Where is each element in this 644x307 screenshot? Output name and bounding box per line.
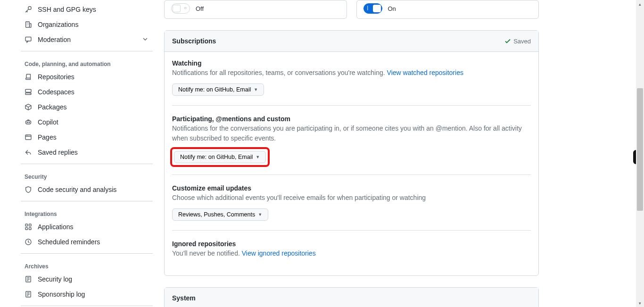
codespaces-icon [25, 88, 32, 96]
svg-rect-11 [29, 224, 32, 226]
panel-header: System [165, 288, 538, 307]
ignored-section: Ignored repositories You'll never be not… [172, 230, 531, 258]
toggle-card-off: ○ Off [164, 0, 347, 19]
sidebar-item-label: Security log [38, 275, 72, 283]
sidebar-group-security: Security [21, 170, 153, 182]
participating-notify-dropdown[interactable]: Notify me: on GitHub, Email ▼ [174, 151, 266, 163]
side-handle [633, 150, 636, 164]
sidebar-item-label: Organizations [38, 21, 78, 28]
sidebar-item-label: Packages [38, 103, 66, 111]
watching-notify-dropdown[interactable]: Notify me: on GitHub, Email ▼ [172, 83, 264, 96]
svg-point-0 [28, 7, 31, 9]
view-ignored-link[interactable]: View ignored repositories [242, 249, 316, 257]
section-description: You'll never be notified. View ignored r… [172, 249, 531, 258]
toggle-card-on: | On [356, 0, 539, 19]
svg-rect-9 [25, 135, 31, 140]
sidebar-item-pages[interactable]: Pages [21, 130, 153, 145]
subscriptions-panel: Subscriptions Saved Watching Notificatio… [164, 30, 539, 276]
svg-rect-4 [25, 90, 31, 92]
log-icon [25, 275, 32, 283]
vertical-scrollbar[interactable]: ▴ ▾ [636, 0, 644, 307]
svg-rect-3 [25, 37, 31, 41]
copilot-icon [25, 118, 32, 126]
svg-point-8 [29, 122, 30, 123]
sidebar-item-moderation[interactable]: Moderation [21, 32, 153, 47]
customize-events-dropdown[interactable]: Reviews, Pushes, Comments ▼ [172, 208, 268, 221]
sidebar-item-label: Scheduled reminders [38, 238, 100, 246]
divider [21, 306, 153, 306]
scroll-thumb[interactable] [637, 88, 643, 211]
shield-icon [25, 186, 32, 193]
sidebar-group-integrations: Integrations [21, 207, 153, 219]
section-description: Choose which additional events you'll re… [172, 193, 531, 203]
section-title: Participating, @mentions and custom [172, 115, 531, 123]
customize-email-section: Customize email updates Choose which add… [172, 174, 531, 221]
toggle-off[interactable]: ○ [171, 3, 190, 14]
svg-rect-6 [26, 121, 31, 124]
participating-section: Participating, @mentions and custom Noti… [172, 105, 531, 165]
sidebar-item-packages[interactable]: Packages [21, 100, 153, 115]
scroll-down-button[interactable]: ▾ [636, 299, 644, 307]
sidebar-item-label: Moderation [38, 36, 71, 43]
saved-label: Saved [513, 38, 531, 45]
sidebar-item-scheduled-reminders[interactable]: Scheduled reminders [21, 234, 153, 249]
browser-icon [25, 133, 32, 141]
sidebar-item-label: Code security and analysis [38, 186, 116, 193]
sidebar-item-ssh-keys[interactable]: SSH and GPG keys [21, 2, 153, 17]
settings-sidebar: SSH and GPG keys Organizations Moderatio… [0, 0, 164, 307]
view-watched-link[interactable]: View watched repositories [387, 69, 463, 76]
sidebar-item-organizations[interactable]: Organizations [21, 17, 153, 32]
package-icon [25, 103, 32, 111]
sidebar-item-applications[interactable]: Applications [21, 219, 153, 234]
main-content: ○ Off | On Subscriptions Saved [164, 0, 633, 307]
sidebar-item-label: Repositories [38, 73, 74, 81]
sidebar-item-code-security[interactable]: Code security and analysis [21, 182, 153, 197]
sidebar-item-label: Codespaces [38, 88, 74, 96]
sidebar-item-codespaces[interactable]: Codespaces [21, 84, 153, 100]
panel-header: Subscriptions Saved [165, 31, 538, 52]
chevron-down-icon [141, 35, 149, 44]
svg-rect-12 [25, 228, 28, 230]
svg-rect-10 [25, 224, 28, 226]
log-icon [25, 290, 32, 298]
caret-down-icon: ▼ [258, 212, 262, 217]
sidebar-item-label: SSH and GPG keys [38, 6, 96, 13]
sidebar-item-saved-replies[interactable]: Saved replies [21, 145, 153, 160]
section-title: Customize email updates [172, 184, 531, 192]
section-title: Ignored repositories [172, 240, 531, 248]
sidebar-item-security-log[interactable]: Security log [21, 272, 153, 287]
reply-icon [25, 149, 32, 156]
sidebar-item-copilot[interactable]: Copilot [21, 115, 153, 130]
apps-icon [25, 223, 32, 231]
scroll-up-button[interactable]: ▴ [636, 0, 644, 8]
watching-section: Watching Notifications for all repositor… [172, 59, 531, 96]
sidebar-item-label: Pages [38, 133, 57, 141]
saved-indicator: Saved [504, 37, 531, 45]
scroll-track[interactable] [636, 8, 644, 299]
section-title: Watching [172, 59, 531, 67]
divider [21, 164, 153, 164]
toggle-on[interactable]: | [363, 3, 382, 14]
sidebar-item-label: Sponsorship log [38, 290, 85, 298]
comment-icon [25, 36, 32, 43]
sidebar-group-code: Code, planning, and automation [21, 57, 153, 69]
sidebar-item-repositories[interactable]: Repositories [21, 69, 153, 84]
sidebar-item-label: Saved replies [38, 149, 78, 156]
svg-rect-1 [26, 22, 30, 27]
divider [21, 51, 153, 51]
clock-icon [25, 238, 32, 246]
organization-icon [25, 21, 32, 28]
panel-title: Subscriptions [172, 37, 216, 45]
section-description: Notifications for the conversations you … [172, 124, 531, 143]
sidebar-item-sponsorship-log[interactable]: Sponsorship log [21, 287, 153, 302]
panel-title: System [172, 294, 196, 302]
key-icon [25, 6, 32, 13]
divider [21, 201, 153, 201]
toggle-label: Off [196, 5, 204, 12]
svg-point-7 [27, 122, 28, 123]
sidebar-group-archives: Archives [21, 259, 153, 272]
section-description: Notifications for all repositories, team… [172, 68, 531, 78]
system-panel: System [164, 287, 539, 307]
repo-icon [25, 73, 32, 81]
caret-down-icon: ▼ [256, 155, 260, 159]
